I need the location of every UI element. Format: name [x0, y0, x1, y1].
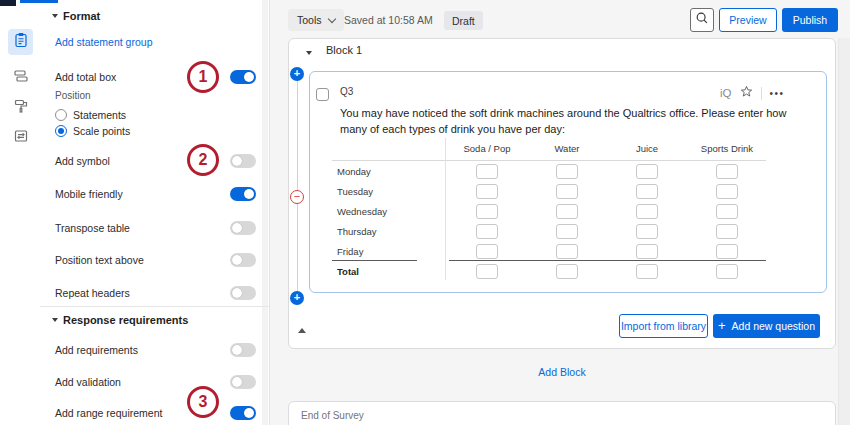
statement-label: Thursday	[337, 226, 377, 237]
table-cell-input[interactable]	[476, 244, 498, 259]
total-cell-input[interactable]	[716, 264, 738, 279]
publish-button[interactable]: Publish	[782, 8, 838, 32]
total-separator-left	[332, 260, 417, 261]
add-new-question-label: Add new question	[732, 320, 815, 332]
canvas-scrollbar[interactable]	[838, 38, 850, 425]
toggle-label: Repeat headers	[55, 287, 130, 299]
total-separator-right	[449, 260, 766, 261]
table-cell-input[interactable]	[716, 244, 738, 259]
sidebar-item-look-and-feel[interactable]	[8, 95, 33, 121]
section-title: Format	[63, 10, 100, 22]
statement-label: Tuesday	[337, 186, 373, 197]
toggle-row: Mobile friendly	[55, 187, 255, 201]
question-gutter-line	[297, 74, 298, 298]
table-cell-input[interactable]	[556, 244, 578, 259]
add-range-requirement-toggle[interactable]	[230, 406, 256, 420]
section-header-response-requirements[interactable]: Response requirements	[52, 313, 188, 327]
toggle-knob	[232, 288, 242, 298]
add-question-above-button[interactable]: +	[290, 67, 304, 81]
statement-label: Wednesday	[337, 206, 387, 217]
position-text-above-toggle[interactable]	[230, 253, 256, 267]
add-question-below-button[interactable]: +	[290, 291, 304, 305]
toggle-label: Add total box	[55, 71, 116, 83]
table-cell-input[interactable]	[636, 184, 658, 199]
column-header: Sports Drink	[687, 143, 767, 154]
toggle-row: Add symbol	[55, 154, 255, 168]
remove-question-button[interactable]: −	[290, 190, 304, 204]
matrix-table: Soda / PopWaterJuiceSports DrinkMondayTu…	[310, 72, 826, 292]
total-cell-input[interactable]	[476, 264, 498, 279]
transpose-table-toggle[interactable]	[230, 221, 256, 235]
toggle-knob	[232, 156, 242, 166]
total-cell-input[interactable]	[636, 264, 658, 279]
add-requirements-toggle[interactable]	[230, 343, 256, 357]
question-box[interactable]: Q3 iQ ••• You may have noticed the soft …	[309, 71, 827, 293]
total-label: Total	[337, 266, 359, 277]
sidebar-item-survey-flow[interactable]	[8, 65, 33, 91]
table-cell-input[interactable]	[636, 204, 658, 219]
header-underline	[332, 160, 766, 161]
block-card: Block 1 + − + Q3 iQ ••• You may have not…	[288, 38, 836, 349]
toggle-label: Add requirements	[55, 344, 138, 356]
table-cell-input[interactable]	[556, 204, 578, 219]
table-cell-input[interactable]	[556, 184, 578, 199]
tools-menu-button[interactable]: Tools	[288, 9, 344, 31]
toggle-row: Add total box	[55, 70, 255, 84]
add-statement-group-link[interactable]: Add statement group	[55, 36, 152, 48]
table-cell-input[interactable]	[476, 204, 498, 219]
table-cell-input[interactable]	[556, 164, 578, 179]
table-cell-input[interactable]	[476, 164, 498, 179]
sidebar-item-survey-options[interactable]	[8, 125, 33, 151]
survey-flow-icon	[13, 68, 29, 88]
panel-scrollbar[interactable]	[262, 0, 268, 425]
section-header-format[interactable]: Format	[52, 9, 100, 23]
add-total-box-toggle[interactable]	[230, 70, 256, 84]
toggle-row: Position text above	[55, 253, 255, 267]
import-from-library-button[interactable]: Import from library	[619, 314, 708, 338]
table-cell-input[interactable]	[476, 224, 498, 239]
survey-editor-app: FormatAdd statement groupAdd total box1P…	[0, 0, 850, 425]
radio-label: Scale points	[73, 125, 130, 137]
annotation-circle-1: 1	[187, 61, 219, 93]
statement-label: Friday	[337, 246, 363, 257]
table-cell-input[interactable]	[716, 184, 738, 199]
plus-icon: +	[718, 321, 726, 331]
block-collapse-caret-icon[interactable]	[306, 51, 312, 55]
toggle-row: Add range requirement	[55, 406, 255, 420]
table-cell-input[interactable]	[636, 164, 658, 179]
table-cell-input[interactable]	[716, 204, 738, 219]
total-cell-input[interactable]	[556, 264, 578, 279]
table-cell-input[interactable]	[716, 224, 738, 239]
column-header: Juice	[607, 143, 687, 154]
add-new-question-button[interactable]: + Add new question	[713, 314, 820, 338]
scale-points-radio[interactable]	[55, 125, 67, 137]
table-cell-input[interactable]	[556, 224, 578, 239]
toggle-label: Mobile friendly	[55, 188, 123, 200]
repeat-headers-toggle[interactable]	[230, 286, 256, 300]
toggle-knob	[232, 223, 242, 233]
search-button[interactable]	[690, 8, 714, 32]
column-header: Water	[527, 143, 607, 154]
radio-label: Statements	[73, 109, 126, 121]
table-cell-input[interactable]	[636, 244, 658, 259]
paint-roller-icon	[13, 98, 29, 118]
toggle-label: Add validation	[55, 376, 121, 388]
table-cell-input[interactable]	[476, 184, 498, 199]
search-icon	[695, 11, 709, 29]
add-validation-toggle[interactable]	[230, 375, 256, 389]
add-block-link[interactable]: Add Block	[288, 366, 836, 378]
toggle-knob	[244, 189, 254, 199]
table-cell-input[interactable]	[716, 164, 738, 179]
table-vertical-divider	[445, 138, 446, 280]
main-canvas: Tools Saved at 10:58 AM Draft Preview Pu…	[270, 0, 850, 425]
block-footer-collapse-icon[interactable]	[298, 328, 306, 333]
mobile-friendly-toggle[interactable]	[230, 187, 256, 201]
add-symbol-toggle[interactable]	[230, 154, 256, 168]
preview-button[interactable]: Preview	[719, 8, 777, 32]
table-cell-input[interactable]	[636, 224, 658, 239]
icon-sidebar	[0, 0, 40, 425]
end-of-survey-card: End of Survey	[288, 401, 836, 425]
sidebar-item-survey-builder[interactable]	[8, 29, 33, 55]
statements-radio[interactable]	[55, 109, 67, 121]
toggle-label: Position text above	[55, 254, 144, 266]
